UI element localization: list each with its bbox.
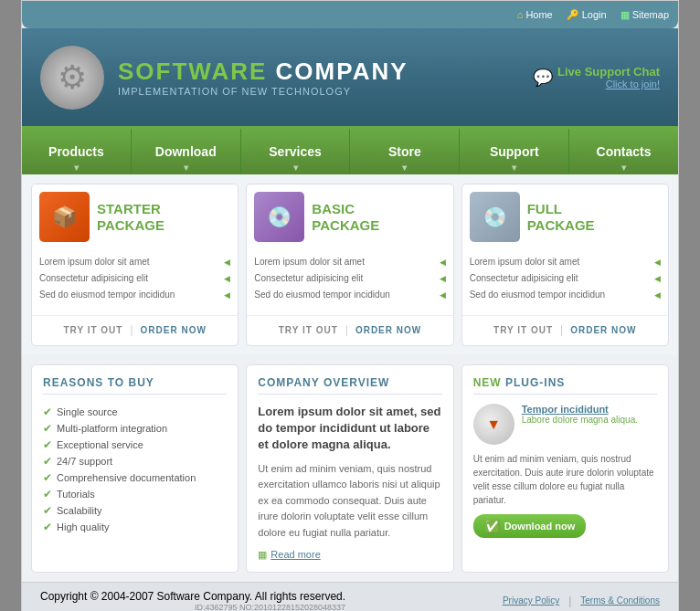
check-icon: ✔ [43, 406, 52, 418]
logo-text: SOFTWARE COMPANY IMPLEMENTATION OF NEW T… [118, 58, 408, 97]
full-title: FULL PACKAGE [527, 201, 595, 234]
packages-section: 📦 STARTER PACKAGE Lorem ipsum dolor sit … [22, 174, 678, 355]
check-icon: ✔ [43, 455, 52, 468]
overview-bold-text: Lorem ipsum dolor sit amet, sed do tempo… [258, 404, 441, 454]
full-package: 💿 FULL PACKAGE Lorem ipsum dolor sit ame… [461, 184, 669, 346]
support-area: 💬 Live Support Chat Click to join! [533, 65, 660, 90]
check-icon: ✔ [43, 488, 52, 500]
reasons-list: ✔Single source ✔Multi-platform integrati… [43, 404, 227, 535]
full-icon: 💿 [470, 192, 520, 242]
check-icon: ✔ [43, 438, 52, 451]
check-icon: ✔ [43, 471, 52, 484]
feature-1: Lorem ipsum dolor sit amet [470, 254, 661, 270]
sitemap-link[interactable]: ▦ Sitemap [620, 9, 669, 21]
plugins-title: NEW PLUG-INS [473, 376, 657, 395]
feature-3: Sed do eiusmod tempor incididun [470, 287, 661, 303]
logo-icon: ⚙ [40, 46, 104, 110]
reason-item: ✔High quality [43, 519, 227, 535]
top-nav-links: ⌂ Home 🔑 Login ▦ Sitemap [517, 9, 669, 21]
full-try-button[interactable]: TRY IT OUT [493, 325, 553, 335]
nav-store[interactable]: Store [350, 129, 460, 174]
nav-products[interactable]: Products [22, 129, 132, 174]
basic-header: 💿 BASIC PACKAGE [247, 184, 452, 249]
top-bar: ⌂ Home 🔑 Login ▦ Sitemap [22, 1, 678, 28]
nav-contacts[interactable]: Contacts [569, 129, 678, 174]
plugin-info: Tempor incididunt Labore dolore magna al… [522, 404, 638, 445]
overview-body-text: Ut enim ad minim veniam, quis nostrud ex… [258, 461, 441, 542]
plugin-title[interactable]: Tempor incididunt [522, 404, 638, 415]
site-subtitle: IMPLEMENTATION OF NEW TECHNOLOGY [118, 86, 408, 97]
check-icon: ✔ [43, 422, 52, 435]
check-icon: ✔ [43, 521, 52, 533]
document-icon: ▦ [258, 549, 267, 561]
basic-actions: TRY IT OUT | ORDER NOW [247, 315, 452, 336]
basic-icon: 💿 [254, 192, 304, 242]
main-navigation: Products Download Services Store Support… [22, 129, 678, 174]
download-now-button[interactable]: ✅ Download now [473, 514, 587, 538]
feature-3: Sed do eiusmod tempor incididun [39, 287, 230, 303]
footer: Copyright © 2004-2007 Software Company. … [22, 582, 678, 611]
reasons-title: REASONS TO BUY [43, 376, 227, 395]
plugins-card: NEW PLUG-INS Tempor incididunt Labore do… [461, 364, 669, 573]
nav-download[interactable]: Download [132, 129, 241, 174]
home-icon: ⌂ [517, 9, 524, 20]
site-header: ⚙ SOFTWARE COMPANY IMPLEMENTATION OF NEW… [22, 28, 678, 129]
cd-icon: 💿 [483, 205, 507, 229]
starter-package: 📦 STARTER PACKAGE Lorem ipsum dolor sit … [31, 184, 239, 346]
feature-3: Sed do eiusmod tempor incididun [254, 287, 445, 303]
separator: | [345, 323, 348, 336]
reason-item: ✔24/7 support [43, 453, 227, 469]
footer-divider: | [568, 595, 571, 607]
reasons-card: REASONS TO BUY ✔Single source ✔Multi-pla… [31, 364, 239, 573]
home-link[interactable]: ⌂ Home [517, 9, 553, 20]
feature-1: Lorem ipsum dolor sit amet [39, 254, 230, 270]
full-actions: TRY IT OUT | ORDER NOW [462, 315, 668, 336]
footer-id: ID:4362795 NO:20101228152028048337 [40, 603, 345, 611]
feature-2: Consectetur adipisicing elit [254, 270, 445, 287]
full-features: Lorem ipsum dolor sit amet Consectetur a… [462, 249, 668, 308]
reason-item: ✔Multi-platform integration [43, 420, 227, 437]
sitemap-icon: ▦ [620, 9, 630, 21]
basic-package: 💿 BASIC PACKAGE Lorem ipsum dolor sit am… [246, 184, 453, 346]
starter-header: 📦 STARTER PACKAGE [32, 184, 238, 249]
plugin-item: Tempor incididunt Labore dolore magna al… [473, 404, 657, 445]
reason-item: ✔Single source [43, 404, 227, 420]
support-chat-label: Live Support Chat [557, 65, 660, 79]
site-title: SOFTWARE COMPANY [118, 58, 408, 86]
starter-actions: TRY IT OUT | ORDER NOW [32, 315, 238, 336]
starter-order-button[interactable]: ORDER NOW [141, 325, 207, 335]
login-link[interactable]: 🔑 Login [567, 9, 607, 21]
feature-1: Lorem ipsum dolor sit amet [254, 254, 445, 270]
full-order-button[interactable]: ORDER NOW [570, 325, 636, 335]
support-chat-sub[interactable]: Click to join! [557, 79, 660, 90]
feature-2: Consectetur adipisicing elit [470, 270, 661, 287]
nav-support[interactable]: Support [460, 129, 569, 174]
box-icon: 📦 [52, 205, 77, 229]
basic-order-button[interactable]: ORDER NOW [355, 325, 421, 335]
overview-title: COMPANY OVERVIEW [258, 376, 441, 395]
download-icon: ✅ [484, 519, 500, 533]
plugin-icon-area [473, 404, 514, 445]
terms-conditions-link[interactable]: Terms & Conditions [580, 595, 660, 606]
starter-try-button[interactable]: TRY IT OUT [63, 325, 122, 335]
footer-links: Privacy Policy | Terms & Conditions [503, 595, 660, 607]
privacy-policy-link[interactable]: Privacy Policy [503, 595, 559, 606]
starter-title: STARTER PACKAGE [97, 201, 164, 234]
chat-icon: 💬 [533, 68, 553, 88]
gear-icon: ⚙ [58, 58, 87, 97]
basic-features: Lorem ipsum dolor sit amet Consectetur a… [247, 249, 452, 308]
separator: | [560, 323, 563, 336]
plugin-description: Ut enim ad minim veniam, quis nostrud ex… [473, 452, 657, 507]
reason-item: ✔Tutorials [43, 486, 227, 502]
starter-features: Lorem ipsum dolor sit amet Consectetur a… [32, 249, 238, 308]
read-more-link[interactable]: ▦ Read more [258, 549, 441, 561]
separator: | [130, 323, 133, 336]
overview-card: COMPANY OVERVIEW Lorem ipsum dolor sit a… [246, 364, 453, 573]
nav-services[interactable]: Services [241, 129, 351, 174]
basic-try-button[interactable]: TRY IT OUT [279, 325, 338, 335]
disc-icon: 💿 [267, 205, 292, 229]
plugin-disc-icon [473, 404, 514, 445]
reason-item: ✔Scalability [43, 502, 227, 519]
feature-2: Consectetur adipisicing elit [39, 270, 230, 287]
full-header: 💿 FULL PACKAGE [462, 184, 668, 249]
